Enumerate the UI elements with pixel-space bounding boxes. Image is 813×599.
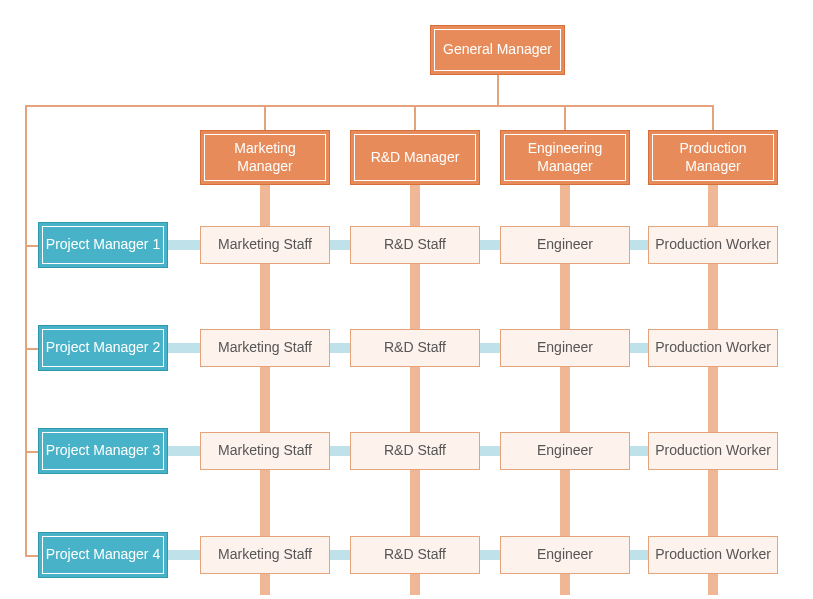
- connector: [25, 105, 713, 107]
- node-project-manager: Project Manager 3: [38, 428, 168, 474]
- connector: [25, 105, 27, 557]
- node-label: Marketing Staff: [218, 442, 312, 460]
- node-staff: R&D Staff: [350, 432, 480, 470]
- node-staff: R&D Staff: [350, 226, 480, 264]
- node-label: R&D Staff: [384, 236, 446, 254]
- connector: [25, 451, 38, 453]
- node-functional-manager: Production Manager: [648, 130, 778, 185]
- node-label: General Manager: [443, 41, 552, 59]
- node-project-manager: Project Manager 1: [38, 222, 168, 268]
- node-staff: Engineer: [500, 329, 630, 367]
- node-staff: R&D Staff: [350, 329, 480, 367]
- node-staff: Production Worker: [648, 226, 778, 264]
- node-label: Marketing Manager: [205, 140, 325, 175]
- node-label: Production Worker: [655, 546, 771, 564]
- node-staff: Engineer: [500, 432, 630, 470]
- node-label: R&D Manager: [371, 149, 460, 167]
- node-functional-manager: Engineering Manager: [500, 130, 630, 185]
- node-staff: Marketing Staff: [200, 329, 330, 367]
- connector: [564, 105, 566, 130]
- node-staff: Production Worker: [648, 536, 778, 574]
- connector: [25, 245, 38, 247]
- node-label: Engineering Manager: [505, 140, 625, 175]
- connector: [414, 105, 416, 130]
- node-label: Engineer: [537, 442, 593, 460]
- node-label: Engineer: [537, 546, 593, 564]
- connector: [497, 75, 499, 105]
- node-project-manager: Project Manager 4: [38, 532, 168, 578]
- node-label: Engineer: [537, 236, 593, 254]
- node-general-manager: General Manager: [430, 25, 565, 75]
- node-label: Production Worker: [655, 339, 771, 357]
- node-label: Marketing Staff: [218, 236, 312, 254]
- connector: [264, 105, 266, 130]
- node-functional-manager: R&D Manager: [350, 130, 480, 185]
- node-staff: Engineer: [500, 536, 630, 574]
- node-staff: Marketing Staff: [200, 226, 330, 264]
- connector: [712, 105, 714, 130]
- node-staff: Production Worker: [648, 432, 778, 470]
- node-staff: Marketing Staff: [200, 432, 330, 470]
- node-staff: Engineer: [500, 226, 630, 264]
- node-label: Project Manager 3: [46, 442, 160, 460]
- node-label: Project Manager 2: [46, 339, 160, 357]
- node-label: Production Worker: [655, 442, 771, 460]
- node-label: Production Worker: [655, 236, 771, 254]
- node-label: R&D Staff: [384, 442, 446, 460]
- node-project-manager: Project Manager 2: [38, 325, 168, 371]
- org-chart: General Manager Marketing Manager R&D Ma…: [0, 0, 813, 599]
- node-label: Production Manager: [653, 140, 773, 175]
- node-staff: Production Worker: [648, 329, 778, 367]
- node-label: R&D Staff: [384, 339, 446, 357]
- connector: [25, 555, 38, 557]
- connector: [25, 348, 38, 350]
- node-staff: R&D Staff: [350, 536, 480, 574]
- node-label: R&D Staff: [384, 546, 446, 564]
- node-staff: Marketing Staff: [200, 536, 330, 574]
- node-label: Project Manager 1: [46, 236, 160, 254]
- node-label: Marketing Staff: [218, 339, 312, 357]
- node-functional-manager: Marketing Manager: [200, 130, 330, 185]
- node-label: Project Manager 4: [46, 546, 160, 564]
- node-label: Marketing Staff: [218, 546, 312, 564]
- node-label: Engineer: [537, 339, 593, 357]
